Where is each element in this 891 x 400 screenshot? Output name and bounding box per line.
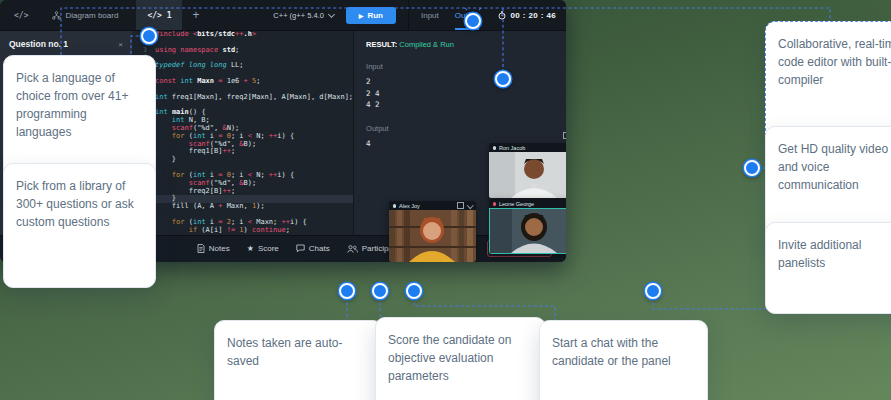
code-line: 1#include <bits/stdc++.h> — [132, 31, 353, 39]
new-tab-button[interactable]: + — [192, 8, 199, 22]
hotspot-language — [465, 13, 481, 29]
code-line: 3using namespace std; — [132, 47, 353, 55]
language-label: C++ (g++ 5.4.0 — [273, 11, 323, 20]
participants-icon — [347, 245, 358, 253]
code-line: 26 if (A[i] != 1) continue; — [132, 227, 353, 235]
result-line: RESULT: Compiled & Run — [366, 40, 554, 49]
code-editor[interactable]: 1#include <bits/stdc++.h>23using namespa… — [132, 31, 353, 235]
diagram-board-label: Diagram board — [65, 11, 118, 20]
notes-icon — [197, 244, 205, 253]
avatar — [389, 210, 476, 262]
diagram-tree-icon — [52, 11, 61, 20]
chevron-down-icon — [328, 10, 335, 17]
run-label: Run — [367, 11, 383, 20]
mic-muted-icon — [493, 202, 496, 206]
play-icon: ▶ — [359, 12, 364, 19]
code-line: 7const int Maxn = 1e6 + 5; — [132, 78, 353, 86]
avatar — [489, 152, 566, 198]
notes-label: Notes — [209, 244, 230, 253]
notes-button[interactable]: Notes — [197, 244, 230, 253]
hotspot-chats — [406, 283, 422, 299]
titlebar-right: Input Output 00 : 20 : 46 — [408, 0, 566, 30]
diagram-board-tab[interactable]: Diagram board — [52, 11, 118, 20]
code-editor-icon: </> — [14, 11, 28, 20]
code-line: 5typedef long long LL; — [132, 62, 353, 70]
hotspot-score — [372, 283, 388, 299]
score-label: Score — [258, 244, 279, 253]
video-frame — [489, 152, 566, 198]
hotspot-editor — [495, 71, 511, 87]
hotspot-invite — [645, 283, 661, 299]
language-dropdown[interactable]: C++ (g++ 5.4.0 — [273, 11, 333, 20]
video-frame — [389, 210, 476, 262]
titlebar-left: </> Diagram board </> 1 + C++ (g++ 5.4.0… — [0, 0, 408, 30]
chats-button[interactable]: Chats — [296, 244, 330, 253]
input-label: Input — [366, 62, 554, 71]
output-input-values: 22 44 2 — [366, 76, 554, 111]
page: </> Diagram board </> 1 + C++ (g++ 5.4.0… — [0, 0, 891, 400]
callout-score: Score the candidate on objective evaluat… — [375, 317, 546, 400]
video-tile-alex[interactable]: Alex Joy — [389, 201, 476, 262]
tab-input[interactable]: Input — [421, 0, 439, 30]
hotspot-questions — [141, 28, 157, 44]
run-button[interactable]: ▶ Run — [346, 7, 396, 24]
input-value: 2 4 — [366, 88, 554, 100]
result-value: Compiled & Run — [399, 40, 454, 49]
callout-notes: Notes taken are auto-saved — [214, 320, 383, 400]
interview-timer: 00 : 20 : 46 — [498, 11, 556, 20]
participant-name: Ron Jacob — [499, 145, 525, 151]
input-value: 4 2 — [366, 99, 554, 111]
participant-name: Leone George — [499, 201, 534, 207]
question-title: Question no. 1 — [9, 39, 68, 49]
close-icon[interactable]: × — [118, 40, 123, 49]
video-frame — [489, 208, 566, 254]
result-label: RESULT: — [366, 40, 397, 49]
star-icon: ★ — [247, 244, 254, 253]
callout-chat: Start a chat with the candidate or the p… — [539, 320, 708, 400]
chat-icon — [296, 244, 305, 253]
code-lines: 1#include <bits/stdc++.h>23using namespa… — [132, 31, 353, 235]
video-tile-ron[interactable]: Ron Jacob — [489, 143, 566, 198]
hotspot-notes — [339, 283, 355, 299]
callout-invite-panelists: Invite additional panelists — [765, 222, 891, 314]
mic-icon — [393, 204, 396, 208]
video-controls — [489, 132, 566, 139]
input-value: 2 — [366, 76, 554, 88]
mic-icon — [493, 146, 496, 150]
tab-code-1[interactable]: </> 1 — [136, 0, 182, 30]
timer-value: 00 : 20 : 46 — [510, 11, 556, 20]
callout-question-library: Pick from a library of 300+ questions or… — [3, 163, 156, 288]
code-line: 23 fill (A, A + Maxn, 1); — [132, 203, 353, 211]
chats-label: Chats — [309, 244, 330, 253]
participant-name: Alex Joy — [399, 203, 420, 209]
stopwatch-icon — [498, 11, 506, 20]
avatar — [490, 209, 566, 253]
score-button[interactable]: ★ Score — [247, 244, 279, 253]
expand-icon[interactable] — [457, 202, 464, 209]
chevron-down-icon[interactable] — [467, 202, 473, 208]
hotspot-video — [744, 160, 760, 176]
expand-icon[interactable] — [563, 132, 567, 139]
code-line: 9int freq1[Maxn], freq2[Maxn], A[Maxn], … — [132, 94, 353, 102]
titlebar: </> Diagram board </> 1 + C++ (g++ 5.4.0… — [0, 0, 566, 31]
video-tile-leone[interactable]: Leone George — [489, 199, 566, 254]
code-line: 17 } — [132, 156, 353, 164]
